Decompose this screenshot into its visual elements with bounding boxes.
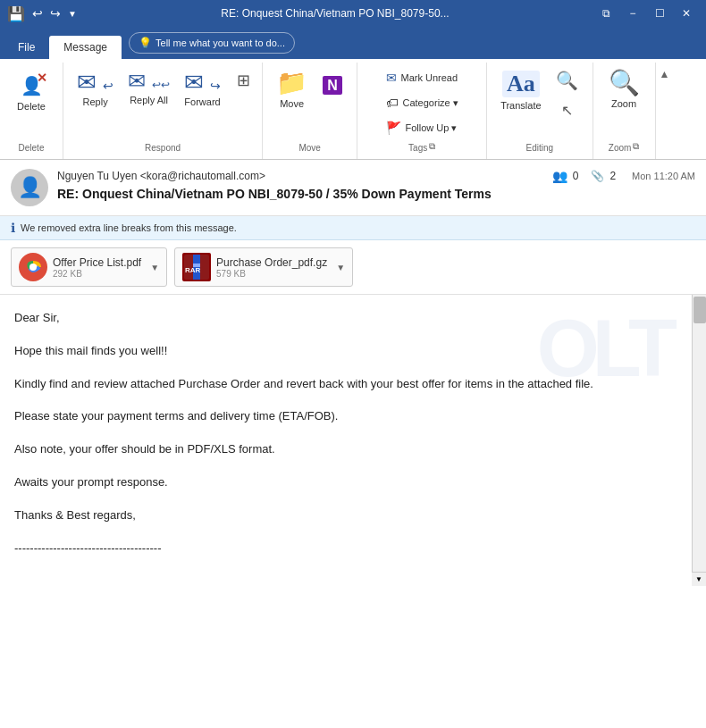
ribbon-collapse-button[interactable]: ▲ <box>656 63 674 159</box>
search-icon: 🔍 <box>556 70 578 91</box>
attachment-2-size: 579 KB <box>216 269 327 279</box>
forward-arrow-icon: ↪ <box>210 79 221 93</box>
tab-message[interactable]: Message <box>49 36 122 59</box>
scroll-down-button[interactable]: ▼ <box>692 572 706 586</box>
reply-label: Reply <box>83 96 108 107</box>
tab-file[interactable]: File <box>4 36 49 59</box>
zoom-expand-icon[interactable]: ⧉ <box>633 141 639 152</box>
forward-button[interactable]: ✉ ↪ Forward <box>178 66 227 112</box>
zoom-group-label: Zoom <box>609 139 632 155</box>
tell-me-input[interactable]: 💡 Tell me what you want to do... <box>129 32 295 54</box>
chrome-icon <box>23 257 43 277</box>
delete-label: Delete <box>17 101 46 112</box>
ribbon-group-zoom: 🔍 Zoom Zoom ⧉ <box>593 63 656 159</box>
attachment-count: 2 <box>609 170 616 182</box>
attachment-1[interactable]: Offer Price List.pdf 292 KB ▼ <box>11 247 167 287</box>
zoom-buttons: 🔍 Zoom <box>601 66 646 139</box>
delete-buttons: 👤 ✕ Delete <box>7 66 55 139</box>
delete-button[interactable]: 👤 ✕ Delete <box>7 66 55 116</box>
lightbulb-icon: 💡 <box>139 37 152 49</box>
ribbon-collapse-icon: ▲ <box>660 68 670 80</box>
paperclip-icon: 📎 <box>591 170 604 182</box>
reply-all-button[interactable]: ✉ ↩↩ Reply All <box>122 66 176 110</box>
attachment-1-icon <box>19 253 47 281</box>
title-bar: 💾 ↩ ↪ ▼ RE: Onquest China/Vietnam PO NBI… <box>0 0 706 27</box>
follow-up-button[interactable]: 🚩 Follow Up ▾ <box>380 116 465 139</box>
flag-icon: 🚩 <box>386 121 401 135</box>
zoom-button[interactable]: 🔍 Zoom <box>601 66 646 113</box>
move-button[interactable]: 📁 Move <box>270 66 314 113</box>
tell-me-text[interactable]: Tell me what you want to do... <box>155 38 285 48</box>
respond-buttons: ✉ ↩ Reply ✉ ↩↩ Reply All ✉ ↪ Forward <box>71 66 255 139</box>
email-date: Mon 11:20 AM <box>632 171 695 181</box>
ribbon: 👤 ✕ Delete Delete ✉ ↩ Reply ✉ ↩↩ <box>0 59 706 160</box>
email-scroll-content[interactable]: OLT Dear Sir, Hope this mail finds you w… <box>0 295 706 586</box>
attachment-2-name: Purchase Order_pdf.gz <box>216 256 327 269</box>
attachment-1-name: Offer Price List.pdf <box>53 256 141 269</box>
attachment-1-dropdown[interactable]: ▼ <box>150 263 159 272</box>
mark-unread-button[interactable]: ✉ Mark Unread <box>380 66 465 89</box>
undo-icon[interactable]: ↩ <box>32 6 43 21</box>
zoom-label: Zoom <box>611 98 636 109</box>
respond-group-label: Respond <box>145 139 181 155</box>
quick-access-dropdown[interactable]: ▼ <box>68 9 77 19</box>
attachments-bar: Offer Price List.pdf 292 KB ▼ RAR Purcha… <box>0 240 706 295</box>
delete-group-label: Delete <box>19 139 45 155</box>
close-button[interactable]: ✕ <box>674 1 699 26</box>
reply-all-label: Reply All <box>130 95 168 105</box>
scroll-down-icon: ▼ <box>695 575 702 583</box>
reply-envelope-icon: ✉ <box>77 69 97 96</box>
translate-button[interactable]: Aa Translate <box>494 66 547 115</box>
reply-all-arrows-icon: ↩↩ <box>152 79 170 91</box>
email-body: OLT Dear Sir, Hope this mail finds you w… <box>0 295 706 586</box>
attachment-2[interactable]: RAR Purchase Order_pdf.gz 579 KB ▼ <box>174 247 353 287</box>
window-title: RE: Onquest China/Vietnam PO NBI_8079-50… <box>77 7 593 20</box>
minimize-button[interactable]: − <box>620 1 645 26</box>
body-p5: Awaits your prompt response. <box>14 473 692 492</box>
svg-point-2 <box>29 264 37 271</box>
ribbon-group-move: 📁 Move N Move <box>263 63 357 159</box>
redo-icon[interactable]: ↪ <box>50 6 61 21</box>
more-respond-button[interactable]: ⊞ <box>232 66 255 95</box>
ribbon-group-delete: 👤 ✕ Delete Delete <box>0 63 63 159</box>
onenote-button[interactable]: N <box>315 66 349 101</box>
categorize-button[interactable]: 🏷 Categorize ▾ <box>380 91 465 114</box>
move-group-label: Move <box>298 139 320 155</box>
forward-label: Forward <box>184 96 220 107</box>
body-p1: Hope this mail finds you well!! <box>14 342 692 361</box>
reply-button[interactable]: ✉ ↩ Reply <box>71 66 120 112</box>
people-icon: 👥 <box>552 169 567 183</box>
cursor-icon: ↖ <box>561 102 573 119</box>
people-count: 0 <box>573 170 579 182</box>
save-icon[interactable]: 💾 <box>7 5 25 22</box>
email-header-details: Nguyen Tu Uyen <kora@richautomall.com> 👥… <box>57 169 695 201</box>
maximize-button[interactable]: ☐ <box>647 1 672 26</box>
move-buttons: 📁 Move N <box>270 66 349 139</box>
tags-expand-icon[interactable]: ⧉ <box>429 141 435 152</box>
folder-icon: 📁 <box>276 69 307 96</box>
translate-icon: Aa <box>507 71 535 96</box>
move-label: Move <box>280 98 304 109</box>
editing-buttons: Aa Translate 🔍 ↖ <box>494 66 584 139</box>
attachment-1-info: Offer Price List.pdf 292 KB <box>53 256 141 279</box>
body-p4: Also note, your offer should be in PDF/X… <box>14 440 692 459</box>
editing-group-label: Editing <box>526 139 554 155</box>
body-p3: Please state your payment terms and deli… <box>14 407 692 426</box>
more-respond-icon: ⊞ <box>237 71 250 90</box>
email-header: 👤 Nguyen Tu Uyen <kora@richautomall.com>… <box>0 160 706 216</box>
svg-text:RAR: RAR <box>185 266 201 274</box>
attachment-2-icon: RAR <box>182 253 211 281</box>
search-button[interactable]: 🔍 <box>550 66 585 95</box>
reply-all-envelope-icon: ✉ <box>128 69 146 93</box>
body-greeting: Dear Sir, <box>14 309 692 328</box>
restore-button[interactable]: ⧉ <box>593 1 618 26</box>
sender-avatar: 👤 <box>11 169 48 206</box>
email-scroll-wrapper: OLT Dear Sir, Hope this mail finds you w… <box>0 295 706 586</box>
title-bar-left: 💾 ↩ ↪ ▼ <box>7 5 77 22</box>
scrollbar-thumb[interactable] <box>693 297 706 323</box>
ribbon-group-tags: ✉ Mark Unread 🏷 Categorize ▾ 🚩 Follow Up… <box>357 63 487 159</box>
cursor-button[interactable]: ↖ <box>550 98 585 122</box>
attachment-2-dropdown[interactable]: ▼ <box>336 263 345 272</box>
info-message: We removed extra line breaks from this m… <box>21 222 237 233</box>
window-controls[interactable]: ⧉ − ☐ ✕ <box>593 1 699 26</box>
